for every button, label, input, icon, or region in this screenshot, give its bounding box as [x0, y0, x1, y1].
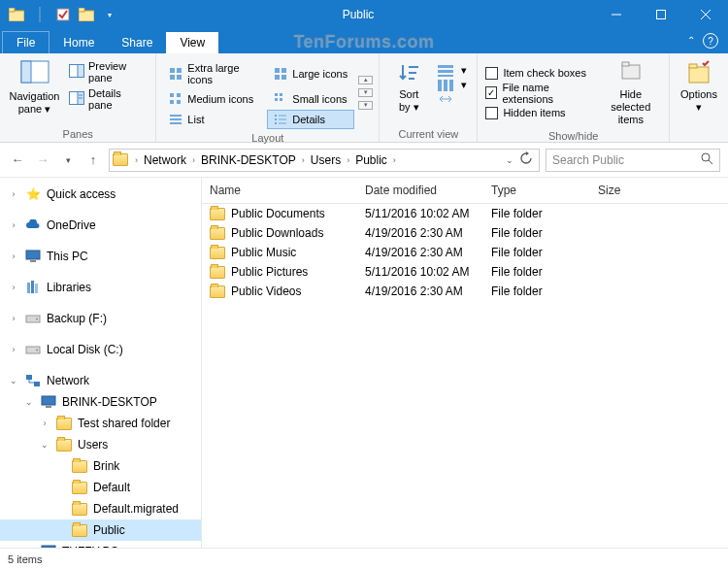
- new-folder-icon[interactable]: [76, 4, 97, 25]
- maximize-button[interactable]: [639, 0, 683, 29]
- layout-extra-large[interactable]: Extra large icons: [162, 59, 263, 88]
- options-button[interactable]: Options▾: [676, 55, 722, 114]
- svg-rect-55: [689, 64, 697, 68]
- properties-icon[interactable]: [52, 4, 74, 25]
- item-check-boxes[interactable]: Item check boxes: [483, 66, 596, 81]
- svg-point-56: [702, 153, 710, 161]
- crumb-public[interactable]: Public: [353, 153, 389, 167]
- search-input[interactable]: Search Public: [546, 149, 720, 172]
- sort-by-button[interactable]: Sort by ▾: [385, 55, 432, 114]
- tab-home[interactable]: Home: [50, 32, 108, 53]
- crumb-network[interactable]: Network: [142, 153, 188, 167]
- drive-icon: [25, 311, 41, 326]
- file-row[interactable]: Public Pictures5/11/2016 10:02 AMFile fo…: [202, 262, 728, 282]
- tree-quick-access[interactable]: ›⭐Quick access: [0, 184, 201, 205]
- chevron-right-icon[interactable]: ›: [343, 155, 353, 165]
- folder-icon: [210, 285, 225, 298]
- file-type: File folder: [483, 223, 590, 243]
- close-button[interactable]: [683, 0, 728, 29]
- layout-details[interactable]: Details: [267, 110, 354, 129]
- group-by-button[interactable]: ▾: [436, 63, 469, 78]
- layout-scroll[interactable]: ▴▾▾: [358, 76, 373, 110]
- help-icon[interactable]: ?: [703, 33, 718, 49]
- svg-rect-48: [438, 75, 453, 77]
- layout-medium[interactable]: Medium icons: [162, 89, 263, 109]
- size-columns-button[interactable]: [436, 92, 469, 106]
- folder-icon: [72, 501, 87, 517]
- tree-brink-desktop[interactable]: ⌄BRINK-DESKTOP: [0, 391, 201, 413]
- layout-large[interactable]: Large icons: [267, 59, 354, 88]
- chevron-right-icon[interactable]: ›: [188, 155, 199, 165]
- tree-libraries[interactable]: ›Libraries: [0, 277, 201, 298]
- sort-icon: [395, 59, 422, 86]
- layout-list[interactable]: List: [162, 110, 263, 129]
- crumb-users[interactable]: Users: [309, 153, 343, 167]
- svg-rect-59: [30, 260, 36, 262]
- refresh-icon[interactable]: [519, 151, 533, 168]
- file-name: Public Documents: [231, 207, 325, 220]
- address-bar[interactable]: › Network › BRINK-DESKTOP › Users › Publ…: [109, 149, 540, 172]
- search-placeholder: Search Public: [552, 153, 624, 167]
- nav-pane-icon: [19, 57, 50, 88]
- layout-small[interactable]: Small icons: [267, 89, 354, 109]
- pc-icon: [25, 249, 41, 264]
- recent-dropdown[interactable]: ▾: [58, 151, 78, 170]
- add-columns-button[interactable]: ▾: [436, 78, 469, 92]
- tree-test-shared[interactable]: ›Test shared folder: [0, 413, 201, 434]
- col-type[interactable]: Type: [483, 178, 590, 203]
- tree-network[interactable]: ⌄Network: [0, 370, 201, 391]
- crumb-desktop[interactable]: BRINK-DESKTOP: [199, 153, 298, 167]
- tree-this-pc[interactable]: ›This PC: [0, 246, 201, 267]
- tree-users[interactable]: ⌄Users: [0, 434, 201, 455]
- col-size[interactable]: Size: [590, 178, 728, 203]
- tree-backup[interactable]: ›Backup (F:): [0, 308, 201, 329]
- preview-pane-button[interactable]: Preview pane: [65, 58, 149, 85]
- tree-public[interactable]: Public: [0, 519, 201, 541]
- file-row[interactable]: Public Documents5/11/2016 10:02 AMFile f…: [202, 204, 728, 223]
- tree-default[interactable]: Default: [0, 477, 201, 498]
- network-icon: [25, 373, 41, 388]
- status-text: 5 items: [8, 553, 42, 565]
- back-button[interactable]: ←: [8, 151, 27, 170]
- svg-rect-46: [438, 65, 453, 68]
- qat-dropdown-icon[interactable]: ▾: [99, 4, 120, 25]
- col-name[interactable]: Name: [202, 178, 357, 203]
- svg-rect-60: [27, 283, 30, 293]
- chevron-right-icon[interactable]: ›: [389, 155, 400, 165]
- ribbon-group-show-hide: Item check boxes ✓File name extensions H…: [478, 53, 670, 142]
- pc-icon: [41, 394, 56, 410]
- nav-row: ← → ▾ ↑ › Network › BRINK-DESKTOP › User…: [0, 143, 728, 178]
- tree-tuffy-pc[interactable]: ›TUFFY-PC: [0, 541, 201, 548]
- file-row[interactable]: Public Downloads4/19/2016 2:30 AMFile fo…: [202, 223, 728, 243]
- tree-onedrive[interactable]: ›OneDrive: [0, 215, 201, 236]
- tab-file[interactable]: File: [2, 31, 50, 53]
- navigation-pane-button[interactable]: Navigation pane ▾: [6, 55, 63, 116]
- hide-selected-button[interactable]: Hide selected items: [599, 55, 663, 127]
- up-button[interactable]: ↑: [83, 151, 103, 170]
- search-icon[interactable]: [701, 152, 713, 168]
- tab-view[interactable]: View: [166, 32, 218, 53]
- file-name-extensions[interactable]: ✓File name extensions: [483, 81, 596, 106]
- file-row[interactable]: Public Videos4/19/2016 2:30 AMFile folde…: [202, 282, 728, 301]
- tree-brink[interactable]: Brink: [0, 455, 201, 477]
- ribbon-group-layout: Extra large icons Large icons Medium ico…: [156, 53, 380, 142]
- address-dropdown-icon[interactable]: ⌄: [506, 155, 513, 165]
- qat-separator: [29, 4, 50, 25]
- file-type: File folder: [483, 282, 590, 301]
- forward-button[interactable]: →: [33, 151, 52, 170]
- tab-share[interactable]: Share: [108, 32, 166, 53]
- details-pane-icon: [69, 91, 84, 107]
- svg-rect-25: [281, 75, 286, 80]
- cloud-icon: [25, 218, 41, 233]
- ribbon-collapse-icon[interactable]: ⌃: [687, 35, 695, 46]
- file-row[interactable]: Public Music4/19/2016 2:30 AMFile folder: [202, 243, 728, 262]
- col-date[interactable]: Date modified: [357, 178, 483, 203]
- chevron-right-icon[interactable]: ›: [298, 155, 309, 165]
- hidden-items[interactable]: Hidden items: [483, 106, 596, 120]
- tree-local-disk[interactable]: ›Local Disk (C:): [0, 339, 201, 360]
- chevron-right-icon[interactable]: ›: [131, 155, 142, 165]
- details-pane-button[interactable]: Details pane: [65, 85, 149, 113]
- tree-default-migrated[interactable]: Default.migrated: [0, 498, 201, 519]
- folder-icon: [72, 522, 87, 538]
- minimize-button[interactable]: [594, 0, 639, 29]
